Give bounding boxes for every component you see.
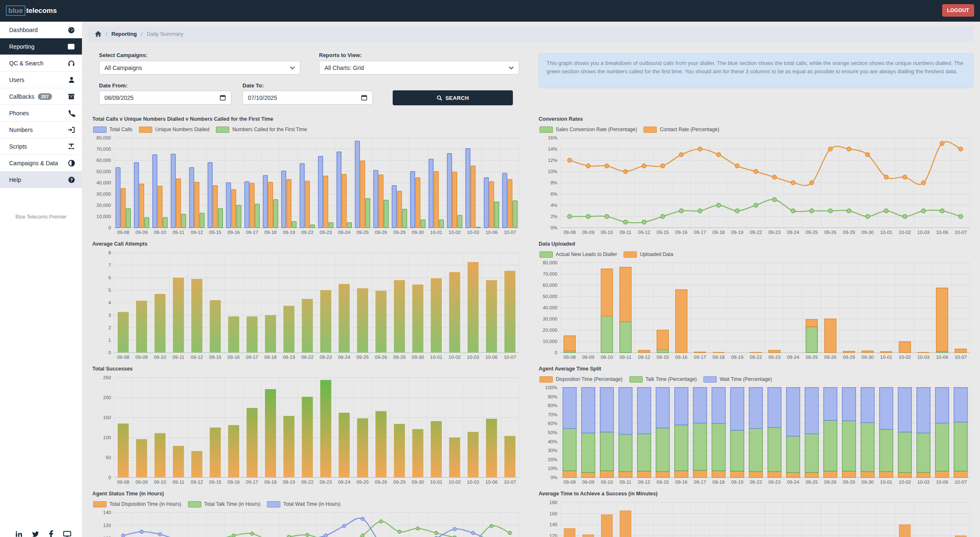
svg-text:09-26: 09-26 (375, 480, 387, 485)
svg-text:09-12: 09-12 (638, 480, 650, 485)
svg-text:09-24: 09-24 (338, 480, 351, 485)
chart-title: Total Calls v Unique Numbers Dialled v N… (92, 116, 522, 123)
sidebar-item-callbacks[interactable]: Callbacks 207 (0, 88, 82, 105)
svg-text:10-07: 10-07 (504, 480, 516, 485)
sidebar-item-phones[interactable]: Phones (0, 105, 82, 122)
legend-item: Sales Conversion Rate (Percentage) (539, 127, 637, 133)
legend-label: Talk Time (Percentage) (646, 376, 697, 382)
sidebar-item-qc-search[interactable]: QC & Search (0, 55, 82, 72)
svg-text:09-10: 09-10 (154, 480, 166, 485)
chart-conversion-rates: Conversion Rates Sales Conversion Rate (… (539, 116, 973, 236)
svg-text:09-12: 09-12 (191, 230, 203, 235)
svg-text:09-18: 09-18 (265, 480, 277, 485)
legend-swatch (539, 127, 553, 133)
sidebar-item-reporting[interactable]: Reporting (0, 38, 82, 55)
campaigns-select[interactable]: All Campaigns (99, 61, 300, 75)
svg-text:8: 8 (109, 250, 111, 255)
svg-text:09-08: 09-08 (564, 355, 576, 360)
svg-text:09-22: 09-22 (750, 480, 762, 485)
svg-text:150: 150 (103, 415, 111, 420)
svg-text:09-24: 09-24 (787, 230, 799, 235)
svg-text:09-30: 09-30 (412, 480, 424, 485)
svg-text:40%: 40% (548, 439, 557, 444)
svg-text:20%: 20% (548, 457, 557, 462)
svg-text:10-01: 10-01 (880, 355, 892, 360)
svg-text:09-23: 09-23 (319, 355, 332, 360)
legend-item: Total Wait Time (in Hours) (267, 501, 341, 507)
svg-text:20,000: 20,000 (543, 328, 557, 333)
svg-text:09-24: 09-24 (787, 355, 799, 360)
chart-title: Average Call Attempts (92, 241, 522, 248)
social-links (15, 530, 72, 537)
svg-text:60%: 60% (548, 421, 557, 426)
reports-select-value: All Charts: Grid (324, 65, 364, 71)
svg-text:09-18: 09-18 (713, 480, 725, 485)
sidebar-item-users[interactable]: Users (0, 72, 82, 88)
legend-swatch (267, 501, 280, 507)
svg-text:10-07: 10-07 (955, 480, 967, 485)
date-to-label: Date To: (243, 82, 264, 89)
monitor-icon[interactable] (63, 530, 72, 537)
svg-text:09-30: 09-30 (412, 355, 424, 360)
legend-swatch (643, 127, 657, 133)
svg-text:10-03: 10-03 (917, 480, 929, 485)
legend-swatch (539, 251, 553, 258)
chart-legend: Actual New Leads to DiallerUploaded Data (539, 250, 973, 259)
sidebar-item-numbers[interactable]: Numbers (0, 122, 82, 138)
svg-text:09-11: 09-11 (173, 355, 185, 360)
search-button[interactable]: SEARCH (393, 90, 513, 105)
breadcrumb-separator: / (106, 31, 107, 37)
svg-text:09-09: 09-09 (136, 230, 148, 235)
svg-text:09-12: 09-12 (191, 355, 203, 360)
date-from-input[interactable]: 08/09/2025 (99, 91, 231, 104)
svg-text:09-26: 09-26 (375, 230, 387, 235)
svg-text:7: 7 (109, 263, 111, 268)
svg-text:09-16: 09-16 (675, 230, 687, 235)
date-to-input[interactable]: 07/10/2025 (243, 91, 373, 104)
svg-text:09-18: 09-18 (713, 355, 725, 360)
info-box-text: This graph shows you a breakdown of outb… (547, 60, 963, 75)
sidebar-item-label: Scripts (9, 143, 27, 150)
svg-text:09-09: 09-09 (136, 355, 148, 360)
sidebar-item-dashboard[interactable]: Dashboard (0, 22, 82, 38)
svg-text:10-06: 10-06 (485, 230, 497, 235)
svg-text:1: 1 (109, 338, 111, 343)
svg-text:09-29: 09-29 (843, 230, 855, 235)
sidebar-item-label: Callbacks (9, 93, 35, 100)
sidebar-item-label: Numbers (9, 127, 33, 133)
svg-text:2%: 2% (550, 214, 557, 219)
svg-text:09-18: 09-18 (265, 230, 277, 235)
svg-text:09-09: 09-09 (582, 230, 594, 235)
twitter-icon[interactable] (32, 530, 40, 537)
sidebar-item-scripts[interactable]: Scripts (0, 138, 82, 155)
legend-label: Contact Rate (Percentage) (660, 127, 719, 132)
sidebar-item-help[interactable]: Help ? (0, 172, 82, 188)
chart-plot: 010,00020,00030,00040,00050,00060,00070,… (92, 135, 522, 236)
svg-text:09-16: 09-16 (228, 355, 240, 360)
legend-swatch (624, 251, 637, 258)
breadcrumb-section[interactable]: Reporting (111, 31, 137, 37)
chevron-down-icon (509, 66, 514, 70)
chart-avg-time-to-success: Average Time to Achieve a Success (in Mi… (539, 491, 973, 537)
svg-text:09-25: 09-25 (356, 355, 369, 360)
svg-text:?: ? (70, 177, 73, 182)
linkedin-icon[interactable] (15, 530, 22, 537)
reports-select[interactable]: All Charts: Grid (319, 61, 519, 75)
logout-button[interactable]: LOGOUT (942, 4, 974, 17)
svg-text:09-23: 09-23 (319, 480, 332, 485)
help-question-icon: ? (68, 176, 75, 184)
svg-text:09-17: 09-17 (694, 230, 706, 235)
facebook-icon[interactable] (49, 530, 54, 537)
svg-text:6%: 6% (550, 191, 557, 196)
chart-plot: 02040608010012014016018009-0809-0909-100… (539, 500, 973, 537)
svg-text:10-03: 10-03 (917, 230, 929, 235)
chart-legend: Disposition Time (Percentage)Talk Time (… (539, 375, 973, 383)
legend-item: Contact Rate (Percentage) (643, 127, 719, 133)
svg-text:09-22: 09-22 (301, 230, 313, 235)
app-logo: blue telecoms (6, 5, 57, 16)
svg-text:50%: 50% (548, 430, 557, 435)
sidebar-item-campaigns-data[interactable]: Campaigns & Data (0, 155, 82, 172)
svg-text:09-17: 09-17 (246, 480, 258, 485)
home-icon[interactable] (95, 31, 101, 37)
svg-text:10-02: 10-02 (899, 230, 911, 235)
